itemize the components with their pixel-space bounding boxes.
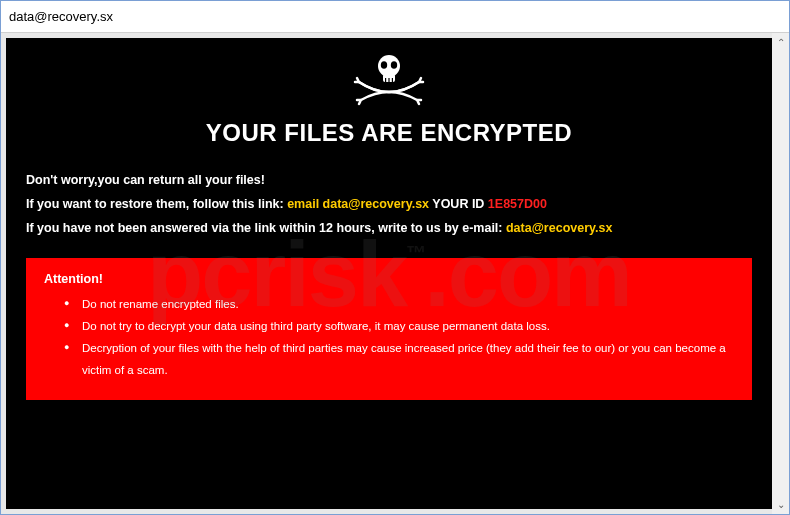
attention-heading: Attention! [44,272,734,286]
attention-box: Attention! Do not rename encrypted files… [26,258,752,399]
vertical-scrollbar[interactable]: ⌃ ⌄ [772,33,789,514]
contact-email-2[interactable]: data@recovery.sx [506,221,612,235]
info-line-1: Don't worry,you can return all your file… [26,169,752,193]
content-area: pcrisk™.com [1,33,789,514]
list-item: Do not rename encrypted files. [64,294,734,316]
titlebar: data@recovery.sx [1,1,789,33]
info-line-3-prefix: If you have not been answered via the li… [26,221,506,235]
logo-area [26,52,752,111]
contact-email-link[interactable]: email data@recovery.sx [287,197,429,211]
skull-crossbones-icon [349,52,429,108]
list-item: Decryption of your files with the help o… [64,338,734,382]
victim-id: 1E857D00 [488,197,547,211]
app-window: data@recovery.sx pcrisk™.com [0,0,790,515]
info-line-2: If you want to restore them, follow this… [26,193,752,217]
scroll-down-icon[interactable]: ⌄ [777,499,785,510]
info-block: Don't worry,you can return all your file… [26,169,752,240]
your-id-label: YOUR ID [429,197,488,211]
info-line-3: If you have not been answered via the li… [26,217,752,241]
ransom-note-panel: pcrisk™.com [6,38,772,509]
scroll-up-icon[interactable]: ⌃ [777,37,785,48]
svg-point-2 [381,61,387,69]
svg-rect-6 [392,78,393,82]
svg-point-3 [391,61,397,69]
window-title: data@recovery.sx [9,9,113,24]
info-line-2-prefix: If you want to restore them, follow this… [26,197,287,211]
main-heading: YOUR FILES ARE ENCRYPTED [26,119,752,147]
list-item: Do not try to decrypt your data using th… [64,316,734,338]
svg-rect-5 [388,78,389,82]
svg-rect-4 [385,78,386,82]
attention-list: Do not rename encrypted files. Do not tr… [44,294,734,381]
